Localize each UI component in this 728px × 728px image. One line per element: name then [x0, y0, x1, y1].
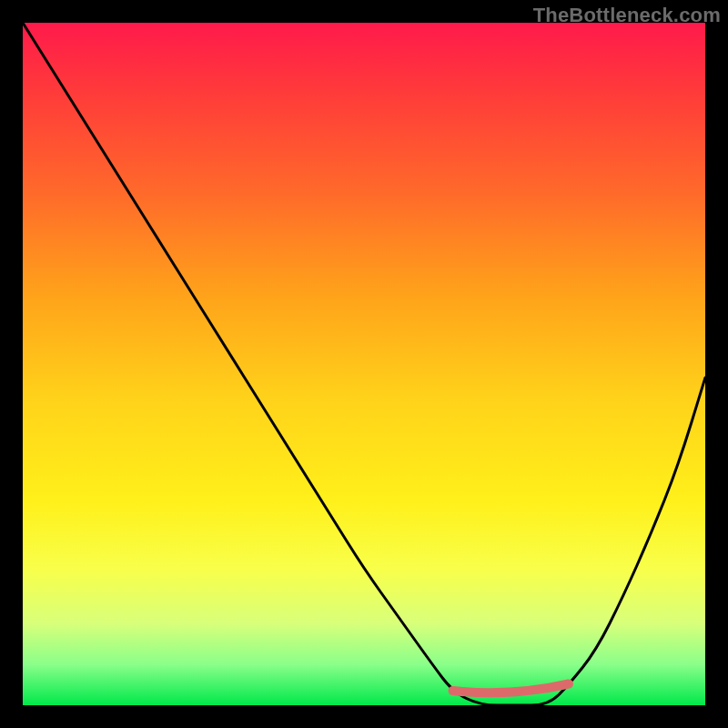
bottleneck-curve-path [23, 23, 705, 705]
flat-segment-marker [453, 684, 570, 693]
watermark-text: TheBottleneck.com [533, 4, 721, 27]
chart-svg [23, 23, 705, 705]
